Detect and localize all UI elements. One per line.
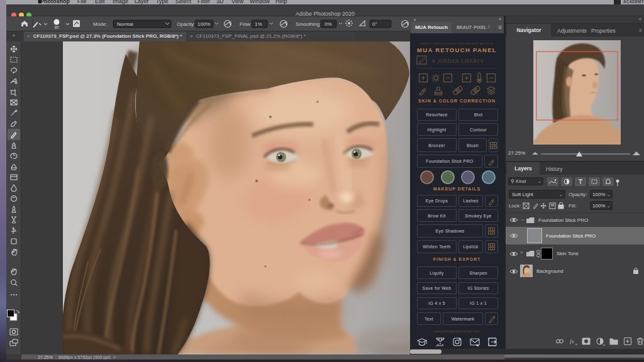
svg-text:Smoothing:: Smoothing:: [296, 21, 321, 27]
svg-text:80: 80: [54, 25, 59, 30]
svg-text:0%: 0%: [325, 21, 332, 27]
svg-text:Flow:: Flow:: [240, 21, 252, 27]
svg-text:✕ JORDAN LIBERTY: ✕ JORDAN LIBERTY: [431, 58, 484, 64]
svg-text:Mode:: Mode:: [93, 21, 107, 27]
svg-text:fx: fx: [570, 338, 574, 344]
svg-text:100%: 100%: [197, 21, 210, 27]
svg-text:0°: 0°: [372, 21, 377, 27]
svg-text:Opacity:: Opacity:: [177, 21, 195, 27]
svg-text:1%: 1%: [255, 21, 262, 27]
svg-text:Normal: Normal: [117, 21, 133, 27]
